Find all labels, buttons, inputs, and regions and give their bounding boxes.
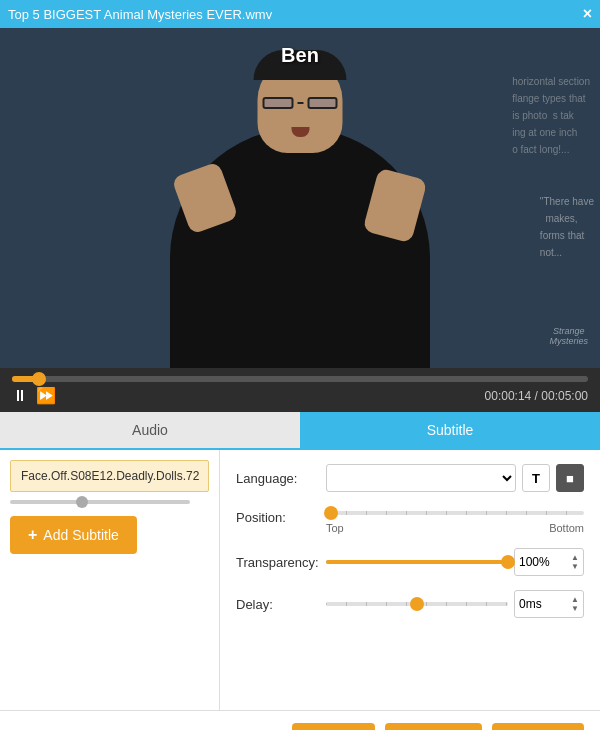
transparency-fill bbox=[326, 560, 508, 564]
play-pause-button[interactable]: ⏸ bbox=[12, 388, 28, 404]
position-slider[interactable] bbox=[326, 506, 584, 520]
position-row: Position: Top Bottom bbox=[236, 506, 584, 534]
tabs-container: Audio Subtitle bbox=[0, 412, 600, 450]
position-bottom-label: Bottom bbox=[549, 522, 584, 534]
delay-spinbox[interactable]: 0ms ▲ ▼ bbox=[514, 590, 584, 618]
cancel-button[interactable]: Cancel bbox=[492, 723, 584, 730]
audio-slider-thumb[interactable] bbox=[76, 496, 88, 508]
audio-file-item[interactable]: Face.Off.S08E12.Deadly.Dolls.72 bbox=[10, 460, 209, 492]
delay-row: Delay: 0ms ▲ ▼ bbox=[236, 590, 584, 618]
video-player: Ben horizontal section flange types that… bbox=[0, 28, 600, 368]
brand-text: StrangeMysteries bbox=[549, 326, 588, 346]
controls-bar: ⏸ ⏩ 00:00:14 / 00:05:00 bbox=[0, 382, 600, 412]
transparency-label: Transparency: bbox=[236, 555, 326, 570]
delay-spinbox-arrows[interactable]: ▲ ▼ bbox=[571, 596, 579, 613]
transparency-spinbox[interactable]: 100% ▲ ▼ bbox=[514, 548, 584, 576]
subtitle-panel: Language: T ■ Position: Top Bottom bbox=[220, 450, 600, 710]
spinbox-up[interactable]: ▲ bbox=[571, 554, 579, 562]
restore-button[interactable]: Restore bbox=[385, 723, 482, 730]
language-select[interactable] bbox=[326, 464, 516, 492]
glasses bbox=[263, 96, 338, 110]
bottom-bar: Apply Restore Cancel bbox=[0, 710, 600, 730]
add-subtitle-label: Add Subtitle bbox=[43, 527, 119, 543]
apply-button[interactable]: Apply bbox=[292, 723, 375, 730]
tab-subtitle[interactable]: Subtitle bbox=[300, 412, 600, 448]
window-title: Top 5 BIGGEST Animal Mysteries EVER.wmv bbox=[8, 7, 272, 22]
delay-spinbox-down[interactable]: ▼ bbox=[571, 605, 579, 613]
video-overlay-name: Ben bbox=[281, 44, 319, 67]
language-row: Language: T ■ bbox=[236, 464, 584, 492]
playback-controls: ⏸ ⏩ bbox=[12, 388, 56, 404]
audio-panel: Face.Off.S08E12.Deadly.Dolls.72 + Add Su… bbox=[0, 450, 220, 710]
language-label: Language: bbox=[236, 471, 326, 486]
delay-label: Delay: bbox=[236, 597, 326, 612]
progress-thumb[interactable] bbox=[32, 372, 46, 386]
main-content: Face.Off.S08E12.Deadly.Dolls.72 + Add Su… bbox=[0, 450, 600, 710]
add-subtitle-button[interactable]: + Add Subtitle bbox=[10, 516, 137, 554]
close-button[interactable]: × bbox=[583, 6, 592, 22]
tab-audio[interactable]: Audio bbox=[0, 412, 300, 448]
position-label: Position: bbox=[236, 506, 326, 525]
delay-thumb[interactable] bbox=[410, 597, 424, 611]
current-time: 00:00:14 bbox=[485, 389, 532, 403]
spinbox-arrows[interactable]: ▲ ▼ bbox=[571, 554, 579, 571]
delay-slider[interactable] bbox=[326, 602, 508, 606]
transparency-value: 100% bbox=[519, 555, 550, 569]
mouth bbox=[291, 127, 309, 137]
time-separator: / bbox=[531, 389, 541, 403]
total-time: 00:05:00 bbox=[541, 389, 588, 403]
quote-overlay: "There have makes, forms that not... bbox=[540, 193, 594, 261]
transparency-control: 100% ▲ ▼ bbox=[326, 548, 584, 576]
color-button[interactable]: ■ bbox=[556, 464, 584, 492]
position-labels: Top Bottom bbox=[326, 522, 584, 534]
text-style-button[interactable]: T bbox=[522, 464, 550, 492]
delay-control: 0ms ▲ ▼ bbox=[326, 590, 584, 618]
time-display: 00:00:14 / 00:05:00 bbox=[485, 389, 588, 403]
language-control: T ■ bbox=[326, 464, 584, 492]
bg-text-overlay: horizontal section flange types that is … bbox=[512, 73, 590, 158]
transparency-row: Transparency: 100% ▲ ▼ bbox=[236, 548, 584, 576]
plus-icon: + bbox=[28, 526, 37, 544]
transparency-thumb[interactable] bbox=[501, 555, 515, 569]
position-thumb[interactable] bbox=[324, 506, 338, 520]
audio-volume-slider[interactable] bbox=[10, 500, 190, 504]
fast-forward-button[interactable]: ⏩ bbox=[36, 388, 56, 404]
video-thumbnail: horizontal section flange types that is … bbox=[0, 28, 600, 368]
title-bar: Top 5 BIGGEST Animal Mysteries EVER.wmv … bbox=[0, 0, 600, 28]
transparency-slider[interactable] bbox=[326, 560, 508, 564]
audio-volume-slider-row bbox=[10, 500, 209, 504]
delay-value: 0ms bbox=[519, 597, 542, 611]
position-top-label: Top bbox=[326, 522, 344, 534]
position-track-bg bbox=[326, 511, 584, 515]
progress-bar[interactable] bbox=[12, 376, 588, 382]
progress-area bbox=[0, 368, 600, 382]
delay-spinbox-up[interactable]: ▲ bbox=[571, 596, 579, 604]
spinbox-down[interactable]: ▼ bbox=[571, 563, 579, 571]
position-slider-wrap: Top Bottom bbox=[326, 506, 584, 534]
person-head bbox=[258, 58, 343, 153]
